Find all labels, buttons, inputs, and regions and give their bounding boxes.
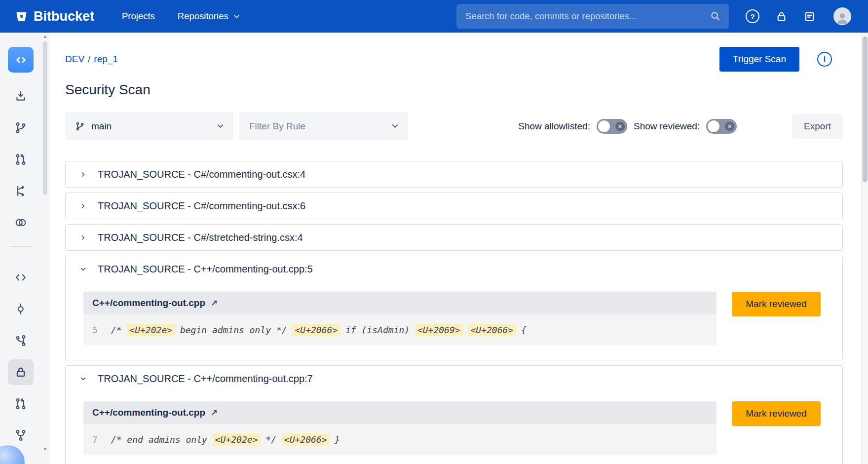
file-link[interactable]: C++/commenting-out.cpp: [92, 298, 205, 309]
sidebar-item-compare[interactable]: [8, 210, 34, 235]
toggle-off-icon: ✕: [615, 121, 625, 131]
sidebar-item-pipelines[interactable]: [8, 178, 34, 204]
brand-name: Bitbucket: [34, 9, 94, 24]
feedback-icon[interactable]: [803, 10, 816, 23]
top-navbar: Bitbucket Projects Repositories ?: [0, 0, 868, 33]
chevron-down-icon: [79, 266, 87, 273]
sidebar-item-pull-requests-2[interactable]: [8, 391, 34, 417]
chevron-right-icon: [79, 202, 87, 210]
help-icon[interactable]: ?: [746, 9, 759, 23]
sidebar-repo-avatar[interactable]: [8, 47, 34, 73]
unicode-control-token: <U+2066>: [282, 433, 330, 446]
finding-row: TROJAN_SOURCE - C#/commenting-out.csx:6: [65, 193, 843, 219]
show-allowlisted-toggle[interactable]: ✕: [597, 119, 627, 134]
nav-projects[interactable]: Projects: [122, 11, 155, 22]
global-search[interactable]: [456, 4, 729, 29]
chevron-down-icon: [391, 122, 399, 130]
sidebar-scrollbar-thumb[interactable]: [43, 41, 47, 194]
code-fragment: if (isAdmin): [340, 325, 415, 335]
mark-reviewed-button[interactable]: Mark reviewed: [732, 401, 821, 426]
finding-title: TROJAN_SOURCE - C++/commenting-out.cpp:5: [98, 264, 313, 275]
rule-filter-select[interactable]: Filter By Rule: [239, 112, 408, 140]
finding-toggle[interactable]: TROJAN_SOURCE - C#/commenting-out.csx:4: [66, 161, 842, 187]
unicode-control-token: <U+202e>: [127, 324, 175, 336]
sidebar-item-source[interactable]: [8, 265, 34, 290]
head-actions: Trigger Scan i: [719, 47, 843, 72]
scroll-down-arrow[interactable]: ▼: [42, 446, 48, 452]
finding-toggle[interactable]: TROJAN_SOURCE - C#/commenting-out.csx:6: [66, 193, 842, 219]
sidebar-item-clone[interactable]: [8, 83, 34, 109]
export-button[interactable]: Export: [792, 114, 843, 139]
sidebar-item-commits[interactable]: [8, 296, 34, 322]
nav-repositories-label: Repositories: [178, 11, 228, 22]
sidebar-item-pull-requests[interactable]: [8, 147, 34, 172]
breadcrumb: DEV/rep_1: [65, 54, 118, 65]
line-number: 5: [92, 325, 98, 335]
toggle-knob: [598, 120, 610, 132]
source-code-icon: [14, 271, 27, 284]
code-snippet-header: C++/commenting-out.cpp ↗: [83, 401, 717, 424]
branch-icon: [14, 121, 27, 134]
avatar-person-icon: [835, 10, 850, 25]
nav-repositories[interactable]: Repositories: [178, 11, 240, 22]
scan-controls: main Filter By Rule Show allowlisted: ✕ …: [65, 112, 843, 140]
nav-projects-label: Projects: [122, 11, 155, 22]
show-reviewed-label: Show reviewed:: [634, 121, 700, 132]
finding-row: TROJAN_SOURCE - C#/stretched-string.csx:…: [65, 224, 843, 251]
sidebar-item-forks[interactable]: [8, 423, 34, 448]
code-line: 7 /* end admins only <U+202e> */ <U+2066…: [83, 424, 717, 455]
lock-icon[interactable]: [775, 10, 788, 23]
finding-row-expanded: TROJAN_SOURCE - C++/commenting-out.cpp:7…: [65, 365, 843, 464]
breadcrumb-separator: /: [88, 54, 90, 64]
file-link[interactable]: C++/commenting-out.cpp: [92, 407, 205, 418]
code-fragment: */: [260, 434, 281, 445]
finding-toggle[interactable]: TROJAN_SOURCE - C++/commenting-out.cpp:7: [66, 366, 842, 391]
external-link-icon[interactable]: ↗: [211, 408, 218, 418]
rule-filter-placeholder: Filter By Rule: [249, 121, 391, 132]
page-scrollbar[interactable]: [861, 33, 868, 464]
findings-list: TROJAN_SOURCE - C#/commenting-out.csx:4 …: [65, 161, 843, 464]
page-head: DEV/rep_1 Trigger Scan i: [65, 46, 843, 72]
code-snippet-card: C++/commenting-out.cpp ↗ 5 /* <U+202e> b…: [83, 292, 717, 345]
code-fragment: begin admins only */: [175, 325, 292, 335]
search-icon[interactable]: [710, 11, 721, 22]
bitbucket-bucket-icon: [15, 10, 28, 23]
sidebar-scrollbar[interactable]: ▲ ▼: [42, 34, 48, 452]
toggle-knob: [708, 120, 719, 132]
breadcrumb-project-link[interactable]: DEV: [65, 54, 84, 64]
unicode-control-token: <U+2066>: [292, 324, 340, 336]
chevron-right-icon: [79, 234, 87, 241]
external-link-icon[interactable]: ↗: [211, 298, 218, 309]
mark-reviewed-button[interactable]: Mark reviewed: [732, 292, 821, 316]
line-number: 7: [92, 434, 98, 445]
security-lock-icon: [14, 366, 27, 379]
finding-title: TROJAN_SOURCE - C#/commenting-out.csx:4: [98, 169, 305, 180]
repo-sidebar: ▲ ▼: [0, 33, 50, 464]
finding-toggle[interactable]: TROJAN_SOURCE - C#/stretched-string.csx:…: [66, 225, 842, 250]
trigger-scan-button[interactable]: Trigger Scan: [719, 47, 799, 72]
finding-toggle[interactable]: TROJAN_SOURCE - C++/commenting-out.cpp:5: [66, 256, 842, 282]
toggle-group: Show allowlisted: ✕ Show reviewed: ✕: [518, 119, 743, 134]
avatar[interactable]: [833, 7, 851, 25]
sidebar-item-branches[interactable]: [8, 115, 34, 141]
clone-icon: [14, 90, 27, 103]
search-input[interactable]: [465, 11, 710, 22]
unicode-control-token: <U+2069>: [415, 324, 463, 336]
show-reviewed-toggle[interactable]: ✕: [706, 119, 737, 134]
finding-row: TROJAN_SOURCE - C#/commenting-out.csx:4: [65, 161, 843, 188]
security-scan-page: DEV/rep_1 Trigger Scan i Security Scan m…: [50, 33, 861, 464]
finding-row-expanded: TROJAN_SOURCE - C++/commenting-out.cpp:5…: [65, 256, 843, 360]
sidebar-item-branch-graph[interactable]: [8, 328, 34, 353]
page-title: Security Scan: [65, 81, 843, 98]
code-text: /* end admins only <U+202e> */ <U+2066> …: [111, 434, 340, 445]
code-snippet-header: C++/commenting-out.cpp ↗: [83, 292, 717, 314]
bitbucket-logo[interactable]: Bitbucket: [15, 9, 94, 24]
info-icon[interactable]: i: [817, 52, 832, 67]
code-fragment: /* end admins only: [111, 434, 213, 445]
page-scrollbar-thumb[interactable]: [863, 37, 868, 182]
chevron-right-icon: [79, 171, 87, 178]
scroll-up-arrow[interactable]: ▲: [42, 34, 48, 39]
breadcrumb-repo-link[interactable]: rep_1: [94, 54, 118, 64]
sidebar-item-security-scan[interactable]: [8, 359, 34, 385]
branch-selector[interactable]: main: [65, 112, 233, 140]
